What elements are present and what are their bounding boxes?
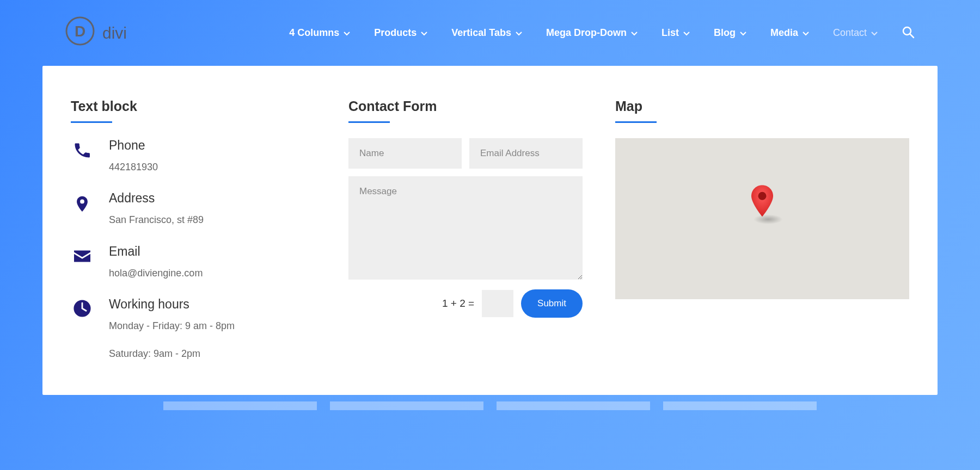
info-item-hours: Working hours Monday - Friday: 9 am - 8p…: [71, 297, 316, 362]
nav-label: Vertical Tabs: [451, 27, 511, 39]
info-item-address: Address San Francisco, st #89: [71, 191, 316, 228]
nav-item-products[interactable]: Products: [374, 27, 427, 39]
info-email-title: Email: [109, 244, 203, 259]
phone-icon: [71, 138, 94, 161]
nav-item-contact[interactable]: Contact: [833, 27, 878, 39]
map-title: Map: [615, 98, 909, 122]
chevron-down-icon: [740, 27, 746, 39]
info-item-phone: Phone 442181930: [71, 138, 316, 176]
nav-item-media[interactable]: Media: [770, 27, 809, 39]
nav-item-blog[interactable]: Blog: [714, 27, 746, 39]
info-hours-line2: Saturday: 9am - 2pm: [109, 345, 235, 362]
contact-form-section: Contact Form 1 + 2 = Submit: [348, 98, 583, 362]
chevron-down-icon: [631, 27, 638, 39]
email-input[interactable]: [469, 138, 583, 169]
clock-icon: [71, 297, 94, 320]
search-button[interactable]: [902, 26, 915, 41]
captcha-input[interactable]: [482, 290, 513, 317]
map-section: Map: [615, 98, 909, 362]
nav-label: Media: [770, 27, 798, 39]
chevron-down-icon: [683, 27, 690, 39]
svg-text:D: D: [75, 23, 85, 40]
content-card: Text block Phone 442181930: [42, 66, 938, 395]
logo-text: divi: [102, 24, 127, 42]
nav-label: Contact: [833, 27, 867, 39]
ghost-box: [330, 401, 483, 410]
svg-point-5: [758, 192, 767, 200]
ghost-box: [497, 401, 650, 410]
info-hours-line1: Monday - Friday: 9 am - 8pm: [109, 317, 235, 335]
info-address-title: Address: [109, 191, 204, 206]
text-block-section: Text block Phone 442181930: [71, 98, 316, 362]
contact-form-title: Contact Form: [348, 98, 583, 122]
info-phone-title: Phone: [109, 138, 158, 153]
captcha-question: 1 + 2 =: [442, 298, 474, 310]
ghost-box: [663, 401, 817, 410]
map[interactable]: [615, 138, 909, 299]
map-marker-icon: [750, 185, 775, 219]
envelope-icon: [71, 244, 94, 267]
info-email-value: hola@diviengine.com: [109, 264, 203, 282]
message-textarea[interactable]: [348, 176, 583, 280]
nav-label: Blog: [714, 27, 736, 39]
search-icon: [902, 26, 915, 41]
info-hours-title: Working hours: [109, 297, 235, 312]
chevron-down-icon: [421, 27, 427, 39]
map-pin-icon: [71, 191, 94, 214]
svg-line-3: [910, 34, 914, 38]
logo-icon: D: [65, 16, 95, 50]
chevron-down-icon: [344, 27, 350, 39]
text-block-title: Text block: [71, 98, 316, 122]
footer-ghost-row: [0, 395, 980, 410]
info-item-email: Email hola@diviengine.com: [71, 244, 316, 282]
nav-label: Mega Drop-Down: [546, 27, 627, 39]
nav-label: List: [661, 27, 679, 39]
nav-item-4-columns[interactable]: 4 Columns: [289, 27, 350, 39]
chevron-down-icon: [871, 27, 878, 39]
main-nav: 4 Columns Products Vertical Tabs Mega Dr…: [289, 26, 915, 41]
chevron-down-icon: [516, 27, 522, 39]
nav-label: 4 Columns: [289, 27, 339, 39]
nav-label: Products: [374, 27, 416, 39]
submit-button[interactable]: Submit: [521, 289, 583, 318]
nav-item-vertical-tabs[interactable]: Vertical Tabs: [451, 27, 522, 39]
nav-item-list[interactable]: List: [661, 27, 690, 39]
form-row-name-email: [348, 138, 583, 169]
chevron-down-icon: [803, 27, 809, 39]
nav-item-mega-drop-down[interactable]: Mega Drop-Down: [546, 27, 638, 39]
info-address-value: San Francisco, st #89: [109, 211, 204, 228]
site-header: D divi 4 Columns Products Vertical Tabs …: [0, 0, 980, 66]
captcha-row: 1 + 2 = Submit: [348, 289, 583, 318]
ghost-box: [163, 401, 317, 410]
name-input[interactable]: [348, 138, 462, 169]
info-phone-value: 442181930: [109, 158, 158, 176]
info-list: Phone 442181930 Address San Francisco, s…: [71, 138, 316, 362]
logo[interactable]: D divi: [65, 16, 127, 50]
